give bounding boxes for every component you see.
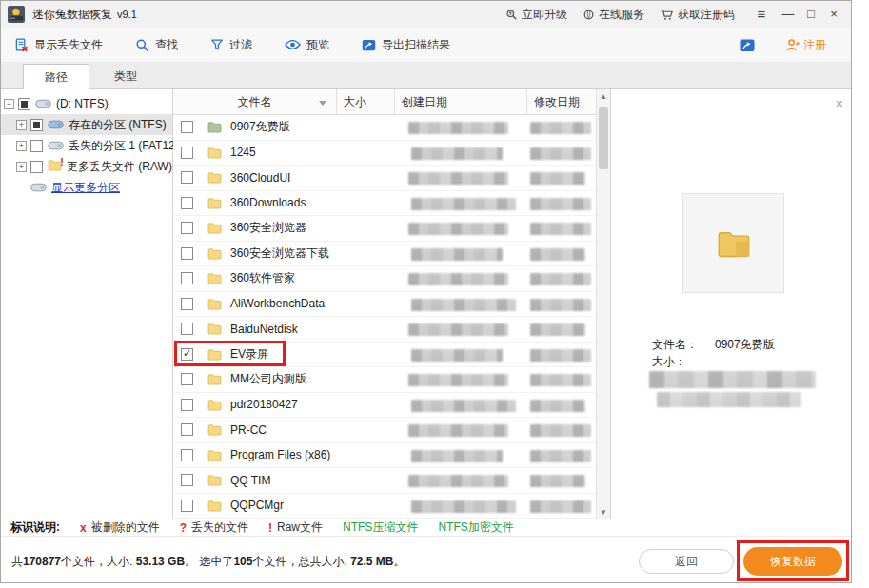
file-checkbox[interactable] [181,222,193,234]
tool-filter[interactable]: 过滤 [210,37,252,53]
preview-close-icon[interactable]: × [836,96,843,111]
status-segment: 个文件，总共大小: [252,555,350,568]
column-header-modified[interactable]: 修改日期 [526,89,596,114]
folder-icon [207,474,222,486]
tool-export-results[interactable]: 导出扫描结果 [362,37,450,53]
tree-node-label[interactable]: 显示更多分区 [51,180,120,196]
file-checkbox[interactable] [181,474,193,486]
tool-show-lost-files[interactable]: 显示丢失文件 [14,37,103,53]
file-row[interactable]: 0907免费版 [173,115,596,141]
file-checkbox[interactable] [181,272,193,284]
file-list-panel: 文件名 大小 创建日期 修改日期 0907免费版1245360CloudUI36… [173,89,610,519]
disk-icon [48,141,64,150]
tree-node[interactable]: +!更多丢失文件 (RAW) [1,156,172,177]
file-row[interactable]: AliWorkbenchData [173,292,596,318]
legend-raw: !Raw文件 [268,519,323,536]
file-name: BaiduNetdisk [230,323,298,336]
recover-data-button[interactable]: 恢复数据 [743,547,842,576]
file-row[interactable]: 1245 [173,141,596,167]
file-checkbox[interactable] [181,298,193,310]
file-checkbox[interactable] [181,247,193,260]
scroll-down-icon[interactable]: ▼ [597,508,610,517]
titlebar-action-upgrade[interactable]: 立即升级 [505,7,567,23]
scroll-up-icon[interactable]: ▲ [597,92,610,101]
folder-icon [207,373,222,385]
legend-symbol: x [80,521,87,535]
folder-icon [207,272,222,284]
file-name: 0907免费版 [230,119,290,135]
file-name: 360安全浏览器下载 [230,245,329,262]
status-bar: 共170877个文件，大小: 53.13 GB。 选中了105个文件，总共大小:… [1,536,851,583]
file-checkbox[interactable] [181,500,193,512]
file-checkbox[interactable] [181,197,193,209]
maximize-button[interactable]: □ [800,1,822,28]
share-icon[interactable] [740,38,755,52]
blurred-created-date [408,273,508,285]
file-checkbox[interactable] [181,399,193,411]
file-row[interactable]: pdr20180427 [173,393,596,419]
column-header-created[interactable]: 创建日期 [394,89,526,114]
file-checkbox[interactable] [181,121,193,133]
minimize-button[interactable]: — [777,1,800,28]
file-checkbox[interactable] [181,348,193,361]
tree-node[interactable]: 显示更多分区 [1,177,172,198]
blurred-created-date [411,147,503,160]
tool-preview[interactable]: 预览 [285,37,329,53]
titlebar-action-online-service[interactable]: 在线服务 [583,7,644,23]
folder-icon [207,197,222,209]
file-row[interactable]: 360安全浏览器 [173,216,596,242]
file-checkbox[interactable] [181,171,193,184]
tool-label: 查找 [155,37,178,53]
blurred-modified-date [530,147,591,160]
file-row[interactable]: 360CloudUI [173,166,596,191]
online-service-icon [583,9,595,21]
file-checkbox[interactable] [181,147,193,159]
back-button[interactable]: 返回 [639,549,734,574]
folder-preview-icon [717,228,751,259]
file-name: AliWorkbenchData [230,297,325,310]
file-row[interactable]: 360软件管家 [173,266,596,292]
file-row[interactable]: BaiduNetdisk [173,317,596,343]
file-row[interactable]: 360安全浏览器下载 [173,242,596,267]
file-row[interactable]: EV录屏 [173,343,596,368]
titlebar-action-get-license[interactable]: 获取注册码 [660,7,735,23]
file-checkbox[interactable] [181,373,193,385]
tree-checkbox[interactable] [30,119,43,131]
tree-checkbox[interactable] [18,98,30,110]
file-checkbox[interactable] [181,323,193,335]
column-header-size[interactable]: 大小 [336,89,394,114]
file-name: PR-CC [230,423,267,437]
tool-search[interactable]: 查找 [135,37,178,53]
blurred-modified-date [530,273,591,285]
expand-icon[interactable]: + [16,141,27,151]
toolbar: 显示丢失文件查找过滤预览导出扫描结果 注册 [1,28,851,63]
register-label: 注册 [803,37,826,53]
folder-icon [207,247,222,260]
tree-node[interactable]: +存在的分区 (NTFS) [1,114,172,135]
file-checkbox[interactable] [181,449,193,461]
file-row[interactable]: QQPCMgr [173,494,596,519]
file-row[interactable]: Program Files (x86) [173,443,596,469]
tab-type[interactable]: 类型 [92,65,159,88]
expand-icon[interactable]: + [16,162,27,172]
column-header-filename[interactable]: 文件名 [173,89,336,114]
blurred-modified-date [530,450,591,462]
tree-checkbox[interactable] [30,161,43,173]
file-row[interactable]: PR-CC [173,418,596,443]
tree-checkbox[interactable] [30,140,43,152]
file-name: MM公司内测版 [230,371,306,387]
file-row[interactable]: QQ TIM [173,468,596,494]
expand-icon[interactable]: + [16,120,27,130]
scrollbar[interactable]: ▲ ▼ [596,89,610,519]
close-button[interactable]: × [822,1,845,28]
scrollbar-thumb[interactable] [599,107,608,169]
file-row[interactable]: MM公司内测版 [173,367,596,393]
collapse-icon[interactable]: − [4,99,14,109]
tree-node[interactable]: −(D: NTFS) [1,93,172,114]
tab-path[interactable]: 路径 [23,64,89,89]
register-button[interactable]: 注册 [785,37,826,53]
file-row[interactable]: 360Downloads [173,191,596,217]
menu-icon[interactable]: ≡ [750,1,773,28]
file-checkbox[interactable] [181,423,193,436]
tree-node[interactable]: +丢失的分区 1 (FAT12) [1,135,172,156]
